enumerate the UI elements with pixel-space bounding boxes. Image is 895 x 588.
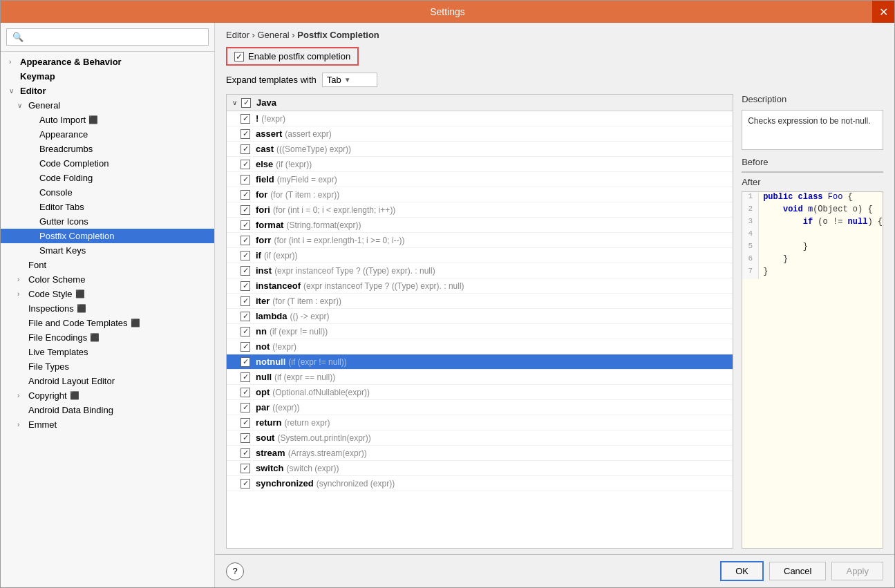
split-area: ∨ ✓ Java ✓ ! (!expr) ✓ (226, 94, 883, 549)
item-checkbox[interactable]: ✓ (241, 296, 250, 306)
list-item[interactable]: ✓ format (String.format(expr)) (227, 218, 733, 233)
list-item[interactable]: ✓ assert (assert expr) (227, 126, 733, 142)
enable-postfix-checkbox[interactable]: ✓ Enable postfix completion (226, 47, 359, 66)
sidebar-item-postfix-completion[interactable]: Postfix Completion (1, 229, 214, 243)
sidebar-item-auto-import[interactable]: Auto Import ⬛ (1, 113, 214, 127)
sidebar-label: Console (39, 187, 73, 198)
item-checkbox[interactable]: ✓ (241, 433, 250, 443)
list-item[interactable]: ✓ field (myField = expr) (227, 172, 733, 187)
sidebar-item-android-layout-editor[interactable]: Android Layout Editor (1, 374, 214, 388)
sidebar-item-file-code-templates[interactable]: File and Code Templates ⬛ (1, 316, 214, 330)
item-checkbox[interactable]: ✓ (241, 464, 250, 473)
item-checkbox[interactable]: ✓ (241, 448, 250, 458)
item-checkbox[interactable]: ✓ (241, 251, 250, 260)
sidebar-item-code-completion[interactable]: Code Completion (1, 156, 214, 171)
item-checkbox[interactable]: ✓ (241, 418, 250, 428)
ok-button[interactable]: OK (720, 561, 764, 581)
sidebar-item-editor-tabs[interactable]: Editor Tabs (1, 200, 214, 214)
sidebar-item-color-scheme[interactable]: › Color Scheme (1, 272, 214, 287)
item-checkbox[interactable]: ✓ (241, 220, 250, 230)
sidebar-item-appearance-behavior[interactable]: › Appearance & Behavior (1, 55, 214, 69)
expand-dropdown[interactable]: Tab ▼ (322, 73, 377, 87)
list-item[interactable]: ✓ switch (switch (expr)) (227, 461, 733, 476)
item-checkbox[interactable]: ✓ (241, 357, 250, 367)
sidebar-item-code-style[interactable]: › Code Style ⬛ (1, 287, 214, 301)
item-checkbox[interactable]: ✓ (241, 281, 250, 291)
sidebar-item-copyright[interactable]: › Copyright ⬛ (1, 388, 214, 403)
list-item[interactable]: ✓ not (!expr) (227, 339, 733, 354)
sidebar-item-inspections[interactable]: Inspections ⬛ (1, 301, 214, 316)
list-item[interactable]: ✓ stream (Arrays.stream(expr)) (227, 446, 733, 461)
item-desc: (if (expr == null)) (274, 372, 335, 382)
sidebar-item-live-templates[interactable]: Live Templates (1, 345, 214, 359)
item-checkbox[interactable]: ✓ (241, 327, 250, 336)
item-checkbox[interactable]: ✓ (241, 372, 250, 382)
apply-button[interactable]: Apply (831, 562, 883, 580)
item-key: lambda (256, 311, 288, 321)
item-checkbox[interactable]: ✓ (241, 388, 250, 397)
sidebar-item-general[interactable]: ∨ General (1, 98, 214, 113)
checkbox-check-icon: ✓ (243, 433, 249, 442)
item-checkbox[interactable]: ✓ (241, 312, 250, 321)
sidebar-item-file-encodings[interactable]: File Encodings ⬛ (1, 330, 214, 345)
sidebar-item-appearance[interactable]: Appearance (1, 127, 214, 142)
java-checkbox[interactable]: ✓ (241, 98, 251, 108)
search-input[interactable] (6, 28, 209, 46)
list-item-notnull[interactable]: ✓ notnull (if (expr != null)) (227, 354, 733, 370)
java-label: Java (256, 97, 276, 108)
item-checkbox[interactable]: ✓ (241, 479, 250, 489)
item-checkbox[interactable]: ✓ (241, 205, 250, 215)
sidebar-item-font[interactable]: Font (1, 258, 214, 272)
item-checkbox[interactable]: ✓ (241, 144, 250, 154)
item-checkbox[interactable]: ✓ (241, 236, 250, 245)
item-checkbox[interactable]: ✓ (241, 403, 250, 412)
list-item[interactable]: ✓ fori (for (int i = 0; i < expr.length;… (227, 202, 733, 218)
item-checkbox[interactable]: ✓ (241, 266, 250, 276)
item-checkbox[interactable]: ✓ (241, 129, 250, 139)
item-desc: (!expr) (272, 342, 296, 352)
list-item[interactable]: ✓ else (if (!expr)) (227, 157, 733, 172)
item-checkbox[interactable]: ✓ (241, 190, 250, 200)
list-item[interactable]: ✓ iter (for (T item : expr)) (227, 294, 733, 309)
help-button[interactable]: ? (226, 562, 244, 580)
list-item[interactable]: ✓ nn (if (expr != null)) (227, 324, 733, 339)
list-item[interactable]: ✓ for (for (T item : expr)) (227, 187, 733, 202)
list-item[interactable]: ✓ sout (System.out.println(expr)) (227, 430, 733, 446)
sidebar-item-smart-keys[interactable]: Smart Keys (1, 243, 214, 258)
list-item[interactable]: ✓ lambda (() -> expr) (227, 309, 733, 324)
list-item[interactable]: ✓ opt (Optional.ofNullable(expr)) (227, 385, 733, 400)
list-item[interactable]: ✓ instanceof (expr instanceof Type ? ((T… (227, 278, 733, 294)
sidebar-item-console[interactable]: Console (1, 185, 214, 200)
cancel-button[interactable]: Cancel (769, 562, 826, 580)
list-item[interactable]: ✓ synchronized (synchronized (expr)) (227, 476, 733, 491)
list-item[interactable]: ✓ if (if (expr)) (227, 248, 733, 263)
sidebar-item-emmet[interactable]: › Emmet (1, 417, 214, 432)
item-desc: (expr instanceof Type ? ((Type) expr). :… (303, 281, 464, 291)
sidebar-item-android-data-binding[interactable]: Android Data Binding (1, 403, 214, 417)
breadcrumb-current: Postfix Completion (297, 30, 379, 40)
item-checkbox[interactable]: ✓ (241, 160, 250, 169)
sidebar-item-editor[interactable]: ∨ Editor (1, 84, 214, 98)
list-item[interactable]: ✓ forr (for (int i = expr.length-1; i >=… (227, 233, 733, 248)
item-key: synchronized (256, 478, 314, 489)
list-item[interactable]: ✓ par ((expr)) (227, 400, 733, 415)
list-item[interactable]: ✓ ! (!expr) (227, 111, 733, 126)
item-checkbox[interactable]: ✓ (241, 114, 250, 124)
java-section-header[interactable]: ∨ ✓ Java (227, 95, 733, 111)
line-code: } (759, 242, 808, 254)
sidebar-item-keymap[interactable]: Keymap (1, 69, 214, 84)
sidebar-label: Color Scheme (28, 274, 85, 285)
sidebar-item-file-types[interactable]: File Types (1, 359, 214, 374)
sidebar-item-breadcrumbs[interactable]: Breadcrumbs (1, 142, 214, 156)
list-item[interactable]: ✓ inst (expr instanceof Type ? ((Type) e… (227, 263, 733, 278)
sidebar-item-code-folding[interactable]: Code Folding (1, 171, 214, 185)
close-button[interactable]: ✕ (872, 1, 894, 23)
sidebar-item-gutter-icons[interactable]: Gutter Icons (1, 214, 214, 229)
sidebar-label: File Encodings (28, 332, 87, 343)
sidebar: › Appearance & Behavior Keymap ∨ Editor … (1, 23, 215, 587)
item-checkbox[interactable]: ✓ (241, 175, 250, 184)
list-item[interactable]: ✓ cast (((SomeType) expr)) (227, 142, 733, 157)
list-item[interactable]: ✓ return (return expr) (227, 415, 733, 430)
item-checkbox[interactable]: ✓ (241, 342, 250, 352)
list-item[interactable]: ✓ null (if (expr == null)) (227, 370, 733, 385)
